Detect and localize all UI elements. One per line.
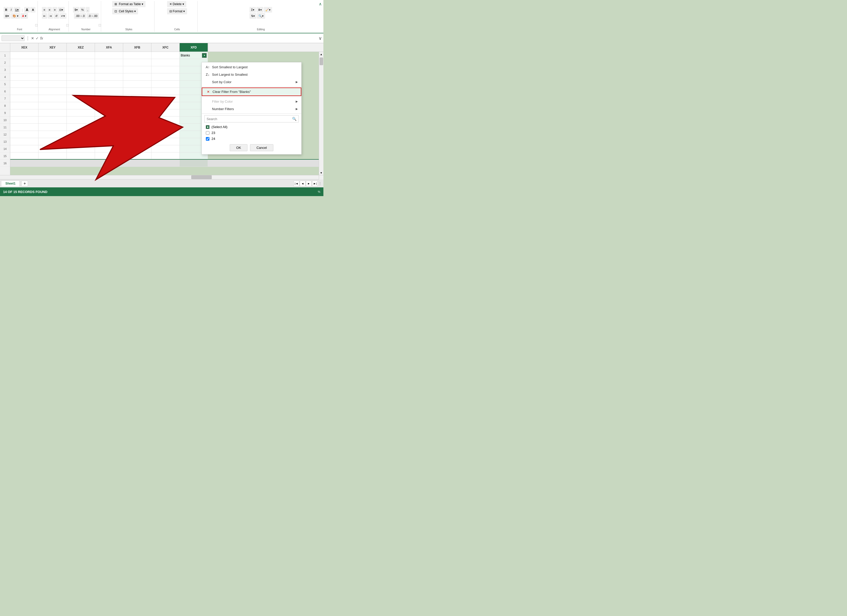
cell[interactable] (10, 95, 38, 102)
comma-button[interactable]: , (86, 7, 90, 13)
cell[interactable] (10, 145, 38, 152)
cell[interactable] (95, 74, 123, 81)
cell[interactable] (95, 66, 123, 74)
font-color-button[interactable]: A▾ (21, 13, 28, 19)
align-center-button[interactable]: ≡ (47, 7, 52, 13)
cell[interactable] (10, 81, 38, 88)
cell[interactable] (151, 145, 180, 152)
cell[interactable] (95, 95, 123, 102)
cell[interactable] (10, 117, 38, 124)
clear-button[interactable]: 🧹▾ (264, 7, 272, 13)
cell[interactable] (67, 109, 95, 117)
cell[interactable] (67, 74, 95, 81)
cell-r1c6[interactable] (151, 52, 180, 59)
cancel-icon[interactable]: ✕ (31, 36, 34, 40)
cell[interactable] (151, 81, 180, 88)
delete-button[interactable]: ✕ Delete ▾ (167, 1, 186, 7)
cell[interactable] (95, 131, 123, 138)
cell[interactable] (123, 66, 151, 74)
cell[interactable] (38, 59, 67, 66)
cell[interactable] (10, 138, 38, 145)
sheet-tabs-menu-button[interactable]: ⋮ (318, 182, 322, 186)
horizontal-scroll-thumb[interactable] (191, 175, 212, 179)
cell[interactable] (38, 145, 67, 152)
cell[interactable] (151, 138, 180, 145)
cell[interactable] (151, 124, 180, 131)
list-item[interactable]: ■ (Select All) (204, 124, 299, 130)
cell[interactable] (123, 109, 151, 117)
name-box[interactable] (1, 35, 25, 41)
cell[interactable] (38, 124, 67, 131)
list-item[interactable]: 23 (204, 130, 299, 136)
cell[interactable] (151, 74, 180, 81)
cell[interactable] (123, 102, 151, 109)
percent-button[interactable]: % (80, 7, 86, 13)
cell[interactable] (95, 102, 123, 109)
cell[interactable] (38, 109, 67, 117)
scroll-up-button[interactable]: ▲ (319, 52, 323, 56)
cell[interactable] (95, 88, 123, 95)
format-button[interactable]: ⊟ Format ▾ (167, 8, 187, 14)
cell[interactable] (123, 145, 151, 152)
cell[interactable] (67, 117, 95, 124)
cell[interactable] (123, 74, 151, 81)
cell[interactable] (38, 102, 67, 109)
cell[interactable] (38, 74, 67, 81)
cell[interactable] (67, 152, 95, 159)
cell[interactable] (10, 88, 38, 95)
cell[interactable] (67, 102, 95, 109)
cell[interactable] (38, 117, 67, 124)
confirm-icon[interactable]: ✓ (36, 36, 39, 40)
cell[interactable] (95, 81, 123, 88)
format-as-table-button[interactable]: ⊞ Format as Table ▾ (112, 1, 146, 7)
cell[interactable] (151, 117, 180, 124)
col-header-xfd[interactable]: XFD (180, 43, 208, 52)
cell-styles-button[interactable]: ⊡ Cell Styles ▾ (112, 8, 138, 14)
cell[interactable] (123, 81, 151, 88)
autosum-button[interactable]: Σ▾ (249, 7, 256, 13)
formula-expand-icon[interactable]: ∨ (319, 35, 322, 41)
cell[interactable] (38, 81, 67, 88)
cell[interactable] (123, 95, 151, 102)
cell[interactable] (151, 59, 180, 66)
fill-button[interactable]: ⬇▾ (257, 7, 263, 13)
cell[interactable] (123, 88, 151, 95)
cell-r1c3[interactable] (67, 52, 95, 59)
sort-asc-item[interactable]: A↑ Sort Smallest to Largest (202, 64, 301, 71)
cell[interactable] (151, 109, 180, 117)
fill-color-button[interactable]: 🎨▾ (11, 13, 20, 19)
inc-places-button[interactable]: .0→.00 (87, 13, 99, 19)
cell[interactable] (95, 109, 123, 117)
cell[interactable] (67, 81, 95, 88)
orientation-button[interactable]: ↺ (54, 13, 59, 19)
item-24-checkbox[interactable] (206, 137, 210, 141)
sort-desc-item[interactable]: Z↓ Sort Largest to Smallest (202, 71, 301, 78)
find-select-button[interactable]: 🔍▾ (257, 13, 265, 19)
filter-icon[interactable]: ▾ (202, 53, 207, 58)
item-23-checkbox[interactable] (206, 131, 210, 135)
cell[interactable] (123, 152, 151, 159)
horizontal-scrollbar[interactable] (0, 175, 319, 179)
cell-r1c5[interactable] (123, 52, 151, 59)
col-header-xfb[interactable]: XFB (123, 43, 151, 52)
cell[interactable] (151, 131, 180, 138)
cell[interactable] (151, 152, 180, 159)
underline-button[interactable]: U▾ (13, 7, 20, 13)
font-size-up-button[interactable]: A (24, 7, 30, 13)
cell[interactable] (10, 152, 38, 159)
sort-color-item[interactable]: Sort by Color ▶ (202, 78, 301, 86)
cell[interactable] (67, 66, 95, 74)
cell[interactable] (38, 152, 67, 159)
align-right-button[interactable]: ≡ (52, 7, 57, 13)
cell[interactable] (38, 131, 67, 138)
cell[interactable] (151, 95, 180, 102)
cell[interactable] (67, 138, 95, 145)
clear-filter-item[interactable]: ✕ Clear Filter From "Blanks" (202, 87, 301, 96)
cell[interactable] (151, 66, 180, 74)
cell[interactable] (123, 117, 151, 124)
list-item[interactable]: 24 (204, 136, 299, 142)
cell[interactable] (95, 138, 123, 145)
dec-places-button[interactable]: .00→.0 (74, 13, 86, 19)
col-header-xfa[interactable]: XFA (95, 43, 123, 52)
cell-r1c1[interactable] (10, 52, 38, 59)
